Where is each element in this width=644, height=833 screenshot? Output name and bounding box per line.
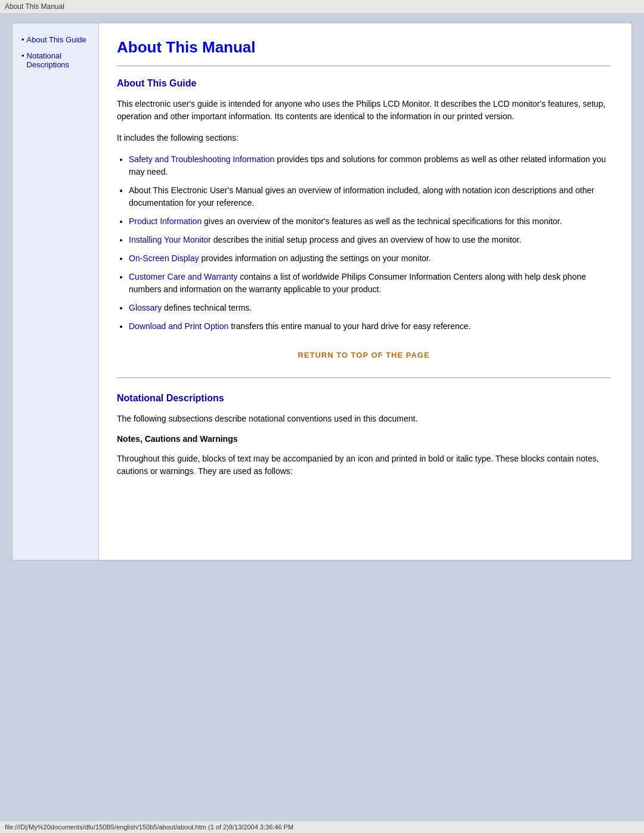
list-item-download: Download and Print Option transfers this… <box>129 320 611 333</box>
list-item-product: Product Information gives an overview of… <box>129 215 611 228</box>
top-divider <box>117 66 611 66</box>
link-product-information[interactable]: Product Information <box>129 216 202 226</box>
list-item-glossary: Glossary defines technical terms. <box>129 302 611 314</box>
sidebar: • About This Guide • Notational Descript… <box>13 23 99 560</box>
sidebar-bullet-1: • <box>21 35 24 44</box>
status-bar: file:///D|/My%20documents/dfu/150B5/engl… <box>0 820 644 833</box>
sidebar-item-about-guide[interactable]: • About This Guide <box>21 35 92 47</box>
notational-paragraph2: Throughout this guide, blocks of text ma… <box>117 453 611 478</box>
list-item-osd: On-Screen Display provides information o… <box>129 252 611 265</box>
list-item-installing: Installing Your Monitor describes the in… <box>129 234 611 246</box>
about-guide-title: About This Guide <box>117 78 611 89</box>
link-customer-care[interactable]: Customer Care and Warranty <box>129 272 237 281</box>
main-content: About This Manual About This Guide This … <box>99 23 631 560</box>
about-guide-paragraph1: This electronic user's guide is intended… <box>117 98 611 123</box>
link-glossary[interactable]: Glossary <box>129 303 162 312</box>
sidebar-item-notational[interactable]: • Notational Descriptions <box>21 51 92 72</box>
link-download[interactable]: Download and Print Option <box>129 321 228 331</box>
status-bar-text: file:///D|/My%20documents/dfu/150B5/engl… <box>5 823 293 831</box>
list-item-safety: Safety and Troubleshooting Information p… <box>129 153 611 178</box>
sidebar-link-about-guide[interactable]: About This Guide <box>27 35 86 44</box>
sidebar-bullet-2: • <box>21 51 24 60</box>
page-title: About This Manual <box>117 38 611 57</box>
return-to-top-link[interactable]: RETURN TO TOP OF THE PAGE <box>117 351 611 360</box>
link-osd[interactable]: On-Screen Display <box>129 253 199 263</box>
notes-cautions-subtitle: Notes, Cautions and Warnings <box>117 434 611 444</box>
bullet-list: Safety and Troubleshooting Information p… <box>129 153 611 333</box>
notational-title: Notational Descriptions <box>117 393 611 404</box>
about-guide-paragraph2: It includes the following sections: <box>117 132 611 144</box>
section-divider <box>117 377 611 378</box>
title-bar: About This Manual <box>0 0 644 14</box>
list-item-customer-care: Customer Care and Warranty contains a li… <box>129 271 611 296</box>
title-bar-text: About This Manual <box>5 2 64 11</box>
sidebar-link-notational[interactable]: Notational Descriptions <box>27 51 92 69</box>
link-safety[interactable]: Safety and Troubleshooting Information <box>129 154 274 164</box>
link-installing[interactable]: Installing Your Monitor <box>129 235 211 244</box>
notational-paragraph1: The following subsections describe notat… <box>117 413 611 425</box>
list-item-electronic: About This Electronic User's Manual give… <box>129 184 611 209</box>
